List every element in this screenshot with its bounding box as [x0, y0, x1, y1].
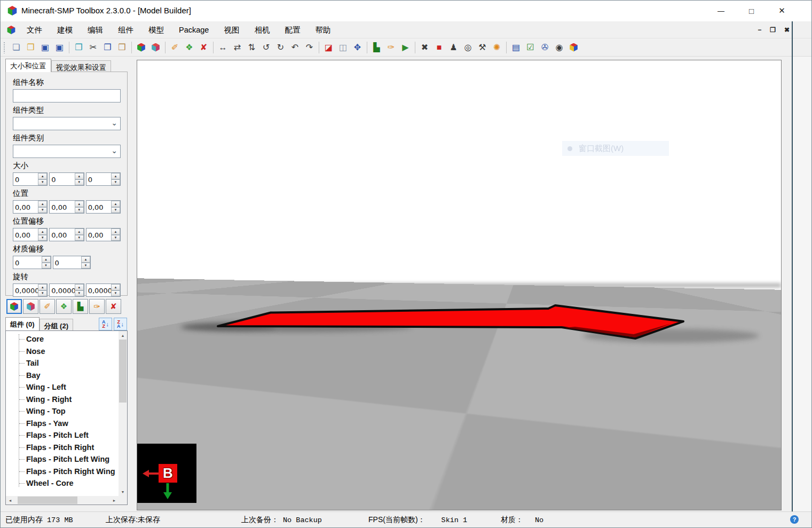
- scroll-right-icon[interactable]: ►: [110, 496, 119, 505]
- textured-cube-part-button[interactable]: [23, 299, 38, 314]
- menu-item[interactable]: 帮助: [308, 21, 338, 38]
- tab-components[interactable]: 组件 (0): [5, 317, 40, 330]
- paint-part-icon[interactable]: ✑: [384, 41, 398, 54]
- rotate-step-cw-icon[interactable]: ↷: [302, 41, 317, 54]
- menu-item[interactable]: 文件: [19, 21, 50, 38]
- close-button[interactable]: ✕: [767, 0, 797, 21]
- menu-item[interactable]: 配置: [277, 21, 308, 38]
- spin-up-icon[interactable]: ▲: [75, 284, 84, 290]
- remove-all-icon[interactable]: ✖: [417, 41, 432, 54]
- menu-item[interactable]: 编辑: [80, 21, 111, 38]
- spin-down-icon[interactable]: ▼: [81, 263, 90, 269]
- mdi-minimize-button[interactable]: −: [758, 26, 761, 34]
- clone-part-button[interactable]: ❖: [56, 299, 72, 314]
- mirror-y-icon[interactable]: ⇄: [230, 41, 245, 54]
- scroll-down-icon[interactable]: ▼: [119, 487, 127, 496]
- new-file-icon[interactable]: ❏: [9, 41, 23, 54]
- component-item[interactable]: Flaps - Pitch Right: [6, 442, 118, 454]
- orientation-cube[interactable]: B: [137, 444, 196, 503]
- spin-down-icon[interactable]: ▼: [38, 290, 47, 297]
- spin-down-icon[interactable]: ▼: [111, 290, 120, 297]
- mirror-z-icon[interactable]: ⇅: [245, 41, 259, 54]
- component-item[interactable]: Flaps - Pitch Right Wing: [6, 466, 118, 478]
- maximize-button[interactable]: □: [736, 0, 767, 21]
- scroll-up-icon[interactable]: ▲: [119, 331, 127, 340]
- spin-up-icon[interactable]: ▲: [38, 284, 47, 290]
- rotation-spinner[interactable]: 0,0000▲▼: [86, 283, 121, 297]
- model-checklist-icon[interactable]: ☑: [523, 41, 538, 54]
- spin-down-icon[interactable]: ▼: [75, 179, 84, 186]
- position-offset-spinner[interactable]: 0,00▲▼: [13, 228, 48, 241]
- menu-item[interactable]: 相机: [247, 21, 277, 38]
- scrollbar-thumb[interactable]: [119, 340, 127, 403]
- spin-down-icon[interactable]: ▼: [42, 263, 51, 269]
- edit-part-icon[interactable]: ✐: [168, 41, 182, 54]
- mirror-x-icon[interactable]: ↔: [216, 41, 230, 54]
- explosion-effect-icon[interactable]: ✺: [490, 41, 504, 54]
- menu-item[interactable]: 建模: [50, 21, 80, 38]
- size-spinner[interactable]: 0▲▼: [86, 172, 121, 186]
- texture-offset-spinner[interactable]: 0▲▼: [53, 256, 91, 269]
- unfold-view-icon[interactable]: ◫: [336, 41, 350, 54]
- horizontal-scrollbar[interactable]: ◄ ►: [6, 496, 119, 505]
- component-type-select[interactable]: ⌄: [13, 117, 121, 130]
- component-category-select[interactable]: ⌄: [13, 145, 121, 158]
- minimize-button[interactable]: —: [706, 0, 736, 21]
- delete-part-button[interactable]: ✘: [106, 299, 121, 314]
- component-item[interactable]: Wing - Left: [6, 381, 118, 393]
- position-spinner[interactable]: 0,00▲▼: [86, 200, 121, 214]
- seat-part-icon[interactable]: ♟: [446, 41, 461, 54]
- vertical-scrollbar[interactable]: ▲ ▼: [119, 331, 127, 496]
- spin-up-icon[interactable]: ▲: [75, 228, 84, 235]
- component-item[interactable]: Nose: [6, 345, 118, 358]
- open-file-icon[interactable]: ❒: [23, 41, 38, 54]
- paint-part-button[interactable]: ✑: [89, 299, 105, 314]
- cube-part-button[interactable]: [6, 299, 22, 314]
- clone-part-icon[interactable]: ❖: [182, 41, 196, 54]
- spin-down-icon[interactable]: ▼: [111, 207, 120, 214]
- tab-size-position[interactable]: 大小和位置: [5, 59, 51, 72]
- cut-icon[interactable]: ✂: [86, 41, 100, 54]
- toolbar-grip[interactable]: [3, 42, 6, 53]
- block-part-button[interactable]: ▙: [73, 299, 88, 314]
- spin-down-icon[interactable]: ▼: [75, 235, 84, 241]
- position-offset-spinner[interactable]: 0,00▲▼: [86, 228, 121, 241]
- spin-up-icon[interactable]: ▲: [38, 173, 47, 179]
- spin-down-icon[interactable]: ▼: [38, 179, 47, 186]
- position-spinner[interactable]: 0,00▲▼: [13, 200, 48, 214]
- size-spinner[interactable]: 0▲▼: [49, 172, 84, 186]
- model-properties-icon[interactable]: ▤: [509, 41, 523, 54]
- position-spinner[interactable]: 0,00▲▼: [49, 200, 84, 214]
- spin-down-icon[interactable]: ▼: [111, 179, 120, 186]
- spin-up-icon[interactable]: ▲: [111, 228, 120, 235]
- sort-za-button[interactable]: ZA↓: [114, 318, 127, 330]
- component-item[interactable]: Core: [6, 333, 118, 345]
- component-item[interactable]: Bay: [6, 369, 118, 382]
- copy-icon[interactable]: ❐: [100, 41, 115, 54]
- menu-item[interactable]: 视图: [216, 21, 247, 38]
- menu-item[interactable]: 组件: [111, 21, 141, 38]
- scrollbar-thumb[interactable]: [18, 497, 77, 504]
- component-item[interactable]: Flaps - Pitch Left: [6, 429, 118, 442]
- add-cube-icon[interactable]: [134, 41, 148, 54]
- spin-down-icon[interactable]: ▼: [38, 235, 47, 241]
- cannon-part-icon[interactable]: ⚒: [475, 41, 490, 54]
- component-item[interactable]: Wing - Top: [6, 405, 118, 417]
- export-doc-icon[interactable]: ❐: [72, 41, 86, 54]
- scroll-left-icon[interactable]: ◄: [6, 496, 14, 505]
- component-item[interactable]: Tail: [6, 357, 118, 369]
- delete-part-icon[interactable]: ✘: [196, 41, 211, 54]
- model-viewport[interactable]: LEFT PLANES 窗口截图(W) B: [137, 60, 782, 510]
- sort-az-button[interactable]: AZ↓: [99, 318, 112, 330]
- spin-down-icon[interactable]: ▼: [75, 290, 84, 297]
- rotate-step-ccw-icon[interactable]: ↶: [288, 41, 302, 54]
- center-model-icon[interactable]: ✥: [350, 41, 365, 54]
- rotation-spinner[interactable]: 0,0000▲▼: [49, 283, 84, 297]
- solid-block-icon[interactable]: ■: [432, 41, 446, 54]
- mdi-close-button[interactable]: ✖: [784, 26, 790, 34]
- component-item[interactable]: Flaps - Pitch Left Wing: [6, 453, 118, 466]
- component-item[interactable]: Flaps - Yaw: [6, 417, 118, 430]
- texture-editor-icon[interactable]: [566, 41, 581, 54]
- edit-part-button[interactable]: ✐: [40, 299, 55, 314]
- component-item[interactable]: Wing - Right: [6, 393, 118, 406]
